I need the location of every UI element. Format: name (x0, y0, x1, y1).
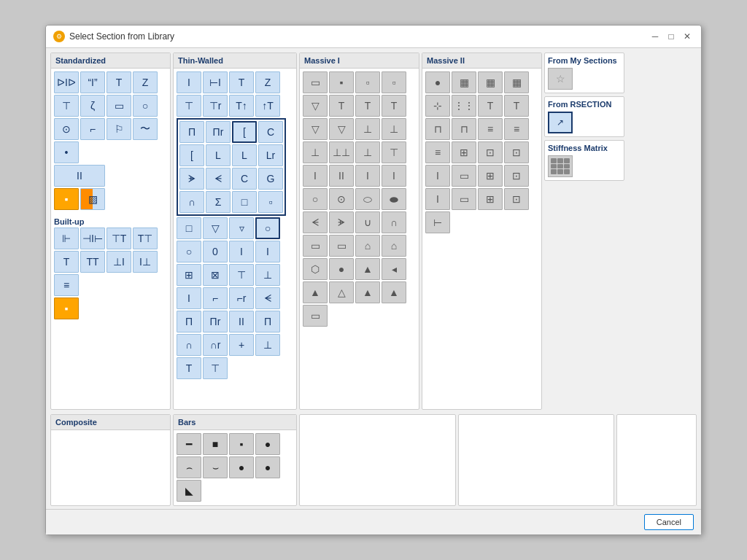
tw-4[interactable]: Z (255, 71, 280, 93)
tw-s12[interactable]: G (258, 168, 283, 190)
tw-1[interactable]: I (177, 71, 201, 93)
tw-b16[interactable]: ᗕ (255, 287, 280, 309)
tw-b20[interactable]: Π (255, 311, 280, 332)
m1-33[interactable]: ⬡ (303, 258, 328, 280)
m1-32[interactable]: ⌂ (382, 235, 406, 257)
std-icon-Zr[interactable]: ζ (80, 95, 105, 117)
minimize-button[interactable]: ─ (649, 30, 662, 43)
m2-10[interactable]: ⊓ (452, 118, 476, 140)
tw-6[interactable]: ⊤r (203, 95, 228, 117)
tw-7[interactable]: T↑ (229, 95, 254, 117)
m1-27[interactable]: ∪ (355, 211, 380, 233)
m2-12[interactable]: ≡ (504, 118, 529, 140)
std-icon-O[interactable]: ○ (133, 95, 158, 117)
std-icon-I[interactable]: ᐅIᐅ (54, 71, 79, 93)
tw-s13[interactable]: ∩ (179, 191, 204, 213)
m1-13[interactable]: ⊥ (303, 141, 328, 163)
tw-s8[interactable]: Lr (258, 144, 283, 166)
std-icon-orange-striped[interactable]: ▨ (80, 188, 105, 210)
m2-7[interactable]: T (478, 95, 503, 117)
m1-17[interactable]: I (303, 165, 328, 187)
m2-18[interactable]: ▭ (452, 165, 476, 187)
m1-2[interactable]: ▪ (329, 71, 354, 93)
m1-10[interactable]: ▽ (329, 118, 354, 140)
m1-14[interactable]: ⊥⊥ (329, 141, 354, 163)
tw-b3[interactable]: ▿ (229, 217, 254, 239)
tw-b11[interactable]: ⊤ (229, 264, 254, 286)
tw-b18[interactable]: Πr (203, 311, 228, 332)
m2-25[interactable]: ⊢ (425, 211, 450, 233)
tw-b10[interactable]: ⊠ (203, 264, 228, 286)
tw-3[interactable]: T (229, 71, 254, 93)
tw-b17[interactable]: Π (177, 311, 201, 332)
m1-25[interactable]: ᗕ (303, 211, 328, 233)
m2-2[interactable]: ▦ (452, 71, 476, 93)
bu-icon-6[interactable]: TT (80, 251, 105, 273)
m2-23[interactable]: ⊞ (478, 188, 503, 210)
m1-37[interactable]: ▲ (303, 281, 328, 303)
m1-16[interactable]: ⊤ (382, 141, 406, 163)
m2-19[interactable]: ⊞ (478, 165, 503, 187)
m2-1[interactable]: ● (425, 71, 450, 93)
m1-40[interactable]: ▲ (382, 281, 406, 303)
tw-b23[interactable]: + (229, 334, 254, 356)
m2-6[interactable]: ⋮⋮ (452, 95, 476, 117)
m1-38[interactable]: △ (329, 281, 354, 303)
m1-28[interactable]: ∩ (382, 211, 406, 233)
bu-icon-1[interactable]: ⊩ (54, 228, 79, 249)
m2-4[interactable]: ▦ (504, 71, 529, 93)
tw-b19[interactable]: II (229, 311, 254, 332)
bar-8[interactable]: ● (255, 456, 280, 478)
tw-b21[interactable]: ∩ (177, 334, 201, 356)
tw-s7[interactable]: L (232, 144, 257, 166)
m1-30[interactable]: ▭ (329, 235, 354, 257)
m1-29[interactable]: ▭ (303, 235, 328, 257)
m1-26[interactable]: ᗘ (329, 211, 354, 233)
tw-s16[interactable]: ▫ (258, 191, 283, 213)
bu-icon-5[interactable]: T (54, 251, 79, 273)
std-icon-Tr[interactable]: ⊤ (54, 95, 79, 117)
m2-22[interactable]: ▭ (452, 188, 476, 210)
m1-20[interactable]: I (382, 165, 406, 187)
tw-s2[interactable]: Πr (206, 121, 231, 143)
m1-31[interactable]: ⌂ (355, 235, 380, 257)
tw-b8[interactable]: I (255, 241, 280, 262)
m1-21[interactable]: ○ (303, 188, 328, 210)
bu-icon-8[interactable]: I⊥ (133, 251, 158, 273)
m1-3[interactable]: ▫ (355, 71, 380, 93)
star-button[interactable]: ☆ (548, 68, 573, 90)
tw-b15[interactable]: ⌐r (229, 287, 254, 309)
tw-b7[interactable]: I (229, 241, 254, 262)
bar-3[interactable]: ▪ (229, 433, 254, 455)
rsection-button[interactable]: ↗ (548, 112, 573, 133)
m2-3[interactable]: ▦ (478, 71, 503, 93)
m1-7[interactable]: T (355, 95, 380, 117)
tw-s1[interactable]: Π (179, 121, 204, 143)
tw-s15[interactable]: □ (232, 191, 257, 213)
std-icon-B[interactable]: ▭ (107, 95, 131, 117)
m1-18[interactable]: II (329, 165, 354, 187)
m1-35[interactable]: ▲ (355, 258, 380, 280)
m2-8[interactable]: T (504, 95, 529, 117)
tw-5[interactable]: ⊤ (177, 95, 201, 117)
std-icon-L[interactable]: ⌐ (80, 118, 105, 140)
m2-11[interactable]: ≡ (478, 118, 503, 140)
tw-8[interactable]: ↑T (255, 95, 280, 117)
m2-15[interactable]: ⊡ (478, 141, 503, 163)
m2-24[interactable]: ⊡ (504, 188, 529, 210)
tw-b14[interactable]: ⌐ (203, 287, 228, 309)
bar-9[interactable]: ◣ (177, 480, 201, 502)
bu-icon-7[interactable]: ⊥I (107, 251, 131, 273)
m1-11[interactable]: ⊥ (355, 118, 380, 140)
bar-4[interactable]: ● (255, 433, 280, 455)
m1-41[interactable]: ▭ (303, 305, 328, 327)
tw-s6[interactable]: L (206, 144, 231, 166)
std-icon-T[interactable]: T (107, 71, 131, 93)
bar-5[interactable]: ⌢ (177, 456, 201, 478)
m2-16[interactable]: ⊡ (504, 141, 529, 163)
tw-b9[interactable]: ⊞ (177, 264, 201, 286)
maximize-button[interactable]: □ (665, 30, 678, 43)
m1-19[interactable]: I (355, 165, 380, 187)
std-icon-orange-box[interactable]: ▪ (54, 188, 79, 210)
tw-b1[interactable]: □ (177, 217, 201, 239)
